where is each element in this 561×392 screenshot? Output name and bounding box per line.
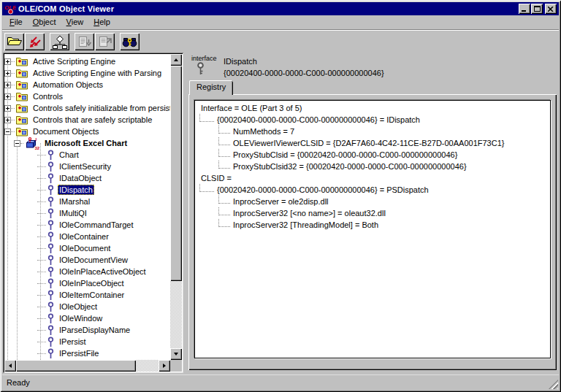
tab-registry[interactable]: Registry bbox=[189, 80, 233, 95]
registry-line-text: OLEViewerIViewerCLSID = {D2AF7A60-4C42-1… bbox=[230, 139, 504, 147]
tree-item-label[interactable]: IClientSecurity bbox=[58, 161, 112, 172]
menu-view[interactable]: View bbox=[61, 15, 89, 29]
minimize-button[interactable] bbox=[519, 4, 530, 14]
tree-item-iclientsecurity: IClientSecurity bbox=[4, 161, 170, 172]
tree-item-controls: Controls bbox=[4, 91, 170, 102]
tree-connector-stub bbox=[37, 237, 46, 237]
tree-connector-stub bbox=[37, 190, 46, 191]
tree-item-label[interactable]: Controls safely initializable from persi… bbox=[31, 103, 170, 113]
tree-item-label[interactable]: Controls bbox=[31, 91, 64, 101]
tree-item-label[interactable]: IOleCommandTarget bbox=[58, 220, 135, 230]
horizontal-scroll-thumb[interactable] bbox=[16, 360, 136, 372]
tree-connector-stub bbox=[37, 178, 46, 179]
scrollbar-corner bbox=[170, 360, 182, 372]
title-bar[interactable]: OLE OLE/COM Object Viewer bbox=[2, 2, 559, 15]
tree-item-label[interactable]: IMarshal bbox=[58, 196, 91, 207]
tree-item-label[interactable]: Active Scripting Engine with Parsing bbox=[31, 68, 163, 78]
expand-plus-icon[interactable] bbox=[4, 70, 11, 77]
scroll-right-button[interactable] bbox=[159, 360, 170, 372]
tree-item-label[interactable]: IOleWindow bbox=[58, 313, 104, 323]
collapse-minus-icon[interactable] bbox=[14, 140, 20, 147]
tree-item-label[interactable]: Controls that are safely scriptable bbox=[31, 115, 153, 125]
object-tree[interactable]: Active Scripting EngineActive Scripting … bbox=[4, 54, 170, 360]
view-type-info-button[interactable] bbox=[120, 33, 140, 50]
registry-line-text: ProxyStubClsid32 = {00020420-0000-0000-C… bbox=[230, 162, 467, 171]
tree-connector-stub bbox=[37, 342, 46, 342]
expand-plus-icon[interactable] bbox=[4, 93, 11, 100]
arrow-down-icon bbox=[174, 353, 178, 356]
registry-details-box[interactable]: Interface = OLE (Part 3 of 5){00020400-0… bbox=[194, 100, 551, 358]
view-typelib-button[interactable] bbox=[50, 33, 69, 50]
scroll-up-button[interactable] bbox=[170, 54, 182, 66]
tree-item-label[interactable]: IPersist bbox=[58, 337, 88, 347]
tree-item-ipersistfile: IPersistFile bbox=[4, 347, 170, 359]
tree-connector-stub bbox=[218, 207, 230, 215]
interface-key-icon bbox=[47, 185, 55, 196]
tree-item-label[interactable]: IOleInPlaceObject bbox=[58, 278, 126, 288]
tree-item-label[interactable]: IOleItemContainer bbox=[58, 290, 126, 300]
maximize-button[interactable] bbox=[531, 4, 543, 14]
registry-line-text: CLSID = bbox=[198, 174, 232, 182]
menu-object[interactable]: Object bbox=[28, 15, 61, 29]
tree-item-label[interactable]: IOleDocument bbox=[58, 243, 112, 253]
tree-item-active-scripting-engine-with-parsing: Active Scripting Engine with Parsing bbox=[4, 67, 170, 79]
document-edit-button bbox=[95, 33, 115, 50]
tree-item-controls-that-are-safely-scriptable: Controls that are safely scriptable bbox=[4, 114, 170, 126]
menu-help[interactable]: Help bbox=[88, 15, 115, 29]
tree-item-label[interactable]: Automation Objects bbox=[31, 80, 104, 90]
tree-item-label[interactable]: IOleDocumentView bbox=[58, 255, 129, 265]
red-darts-icon bbox=[28, 36, 42, 48]
arrow-right-icon bbox=[163, 364, 166, 368]
vertical-scroll-thumb[interactable] bbox=[170, 66, 182, 281]
tree-item-label[interactable]: IOleObject bbox=[58, 301, 99, 312]
menu-file[interactable]: File bbox=[4, 15, 28, 29]
tree-connector-stub bbox=[37, 318, 46, 319]
tree-item-label[interactable]: Chart bbox=[58, 150, 80, 160]
collapse-minus-icon[interactable] bbox=[4, 128, 11, 135]
interface-name: IDispatch bbox=[224, 57, 257, 66]
tree-connector-stub bbox=[11, 85, 15, 85]
interface-key-icon bbox=[47, 255, 55, 266]
registry-line: {00020420-0000-0000-C000-000000000046} =… bbox=[195, 184, 550, 196]
registry-line-text: InprocServer32 [ThreadingModel] = Both bbox=[230, 220, 378, 229]
tree-item-label[interactable]: IParseDisplayName bbox=[58, 325, 131, 335]
tree-item-label[interactable]: Microsoft Excel Chart bbox=[43, 138, 129, 148]
tree-vertical-scrollbar[interactable] bbox=[170, 54, 182, 360]
folder-icon bbox=[15, 56, 28, 67]
titlebar-buttons bbox=[518, 4, 557, 14]
expand-plus-icon[interactable] bbox=[4, 58, 11, 65]
interface-guid: {00020400-0000-0000-C000-000000000046} bbox=[224, 69, 384, 77]
tree-connector-stub bbox=[37, 272, 46, 272]
tree-item-label[interactable]: IPersistFile bbox=[58, 348, 100, 358]
tree-item-label[interactable]: IOleContainer bbox=[58, 231, 110, 242]
tree-item-ioleinplaceobject: IOleInPlaceObject bbox=[4, 277, 170, 289]
header-key-icon bbox=[196, 62, 206, 77]
folder-icon bbox=[15, 68, 28, 79]
tree-item-label[interactable]: IOleInPlaceActiveObject bbox=[58, 266, 148, 277]
org-chart-icon bbox=[52, 35, 68, 49]
expand-plus-icon[interactable] bbox=[4, 117, 11, 123]
scroll-left-button[interactable] bbox=[4, 360, 16, 372]
open-file-button[interactable] bbox=[4, 33, 24, 50]
registry-line: ProxyStubClsid32 = {00020420-0000-0000-C… bbox=[195, 161, 550, 172]
tree-horizontal-scrollbar[interactable] bbox=[4, 360, 170, 372]
bind-to-file-button[interactable] bbox=[25, 33, 45, 50]
expand-plus-icon[interactable] bbox=[4, 82, 11, 88]
expand-plus-icon[interactable] bbox=[4, 105, 11, 112]
document-down-button bbox=[75, 33, 94, 50]
registry-line: CLSID = bbox=[195, 172, 550, 184]
tree-item-label[interactable]: Document Objects bbox=[31, 126, 100, 137]
close-button[interactable] bbox=[545, 4, 557, 14]
scroll-down-button[interactable] bbox=[170, 348, 182, 360]
interface-kind-label: interface bbox=[191, 55, 217, 62]
tree-item-label[interactable]: IDataObject bbox=[58, 173, 103, 183]
status-bar: Ready bbox=[2, 374, 559, 390]
tree-item-label[interactable]: Active Scripting Engine bbox=[31, 56, 117, 66]
tree-connector-stub bbox=[37, 295, 46, 296]
tree-item-label[interactable]: IDispatch bbox=[58, 185, 94, 195]
tree-connector-stub bbox=[37, 213, 46, 214]
resize-grip-icon[interactable] bbox=[549, 380, 558, 389]
tree-item-label[interactable]: IMultiQI bbox=[58, 208, 88, 218]
tree-connector-stub bbox=[37, 283, 46, 284]
tree-item-ioledocumentview: IOleDocumentView bbox=[4, 254, 170, 266]
